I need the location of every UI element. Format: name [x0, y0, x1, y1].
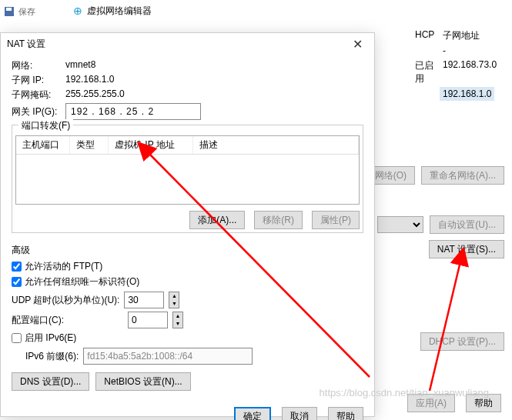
- config-port-label: 配置端口(C):: [12, 314, 123, 327]
- network-editor-icon: ⊕: [73, 5, 82, 17]
- dns-settings-button[interactable]: DNS 设置(D)...: [12, 372, 89, 391]
- col-vmip: 虚拟机 IP 地址: [109, 136, 193, 154]
- col-hostport: 主机端口: [16, 136, 70, 154]
- advanced-heading: 高级: [12, 244, 363, 257]
- auto-settings-button: 自动设置(U)...: [430, 215, 504, 234]
- properties-button: 属性(P): [312, 211, 360, 229]
- network-label: 网络:: [12, 59, 65, 72]
- dialog-titlebar: NAT 设置 ✕: [1, 33, 374, 55]
- col-type: 类型: [70, 136, 109, 154]
- rename-network-button: 重命名网络(A)...: [421, 166, 504, 185]
- bg-title-text: 虚拟网络编辑器: [87, 5, 152, 18]
- subnet-column: HCP 子网地址 - 已启用 192.168.73.0 192.168.1.0: [412, 28, 504, 101]
- udp-timeout-input[interactable]: [124, 292, 164, 308]
- col-dhcp: HCP: [412, 28, 440, 44]
- nat-settings-dialog: NAT 设置 ✕ 网络:vmnet8 子网 IP:192.168.1.0 子网掩…: [0, 32, 375, 417]
- subnet-row-selected[interactable]: 192.168.1.0: [440, 87, 494, 101]
- subnet-ip-value: 192.168.1.0: [65, 74, 363, 87]
- close-icon[interactable]: ✕: [346, 37, 368, 52]
- remove-button: 移除(R): [254, 211, 303, 229]
- port-forward-table[interactable]: 主机端口 类型 虚拟机 IP 地址 描述: [15, 135, 360, 205]
- add-button[interactable]: 添加(A)...: [189, 211, 245, 229]
- subnet-ip-label: 子网 IP:: [12, 74, 65, 87]
- subnet-mask-value: 255.255.255.0: [65, 88, 363, 102]
- gateway-ip-input[interactable]: 192 . 168 . 25 . 2: [65, 103, 201, 120]
- udp-timeout-label: UDP 超时(以秒为单位)(U):: [12, 294, 119, 307]
- col-desc: 描述: [193, 136, 359, 154]
- bridge-select[interactable]: [377, 216, 423, 233]
- gateway-ip-label: 网关 IP(G):: [12, 105, 65, 118]
- help-button[interactable]: 帮助: [328, 407, 363, 420]
- ipv6-prefix-input[interactable]: [83, 348, 253, 365]
- col-subnet: 子网地址: [440, 28, 483, 44]
- network-value: vmnet8: [65, 59, 363, 72]
- netbios-settings-button[interactable]: NetBIOS 设置(N)...: [95, 372, 190, 391]
- bg-help-button[interactable]: 帮助: [466, 394, 501, 412]
- svg-rect-1: [6, 8, 12, 11]
- udp-spinner[interactable]: ▲▼: [169, 292, 179, 308]
- ipv6-prefix-label: IPv6 前缀(6):: [25, 350, 79, 363]
- dhcp-settings-button: DHCP 设置(P)...: [420, 332, 504, 351]
- bg-window-title: ⊕ 虚拟网络编辑器: [73, 0, 152, 22]
- subnet-row[interactable]: 192.168.73.0: [440, 58, 500, 87]
- bg-apply-button: 应用(A): [407, 394, 455, 412]
- allow-active-ftp-checkbox[interactable]: 允许活动的 FTP(T): [12, 260, 363, 273]
- allow-oui-checkbox[interactable]: 允许任何组织唯一标识符(O): [12, 275, 363, 288]
- port-forward-group: 端口转发(F) 主机端口 类型 虚拟机 IP 地址 描述 添加(A)... 移除…: [12, 125, 363, 233]
- toolbar: 保存: [0, 0, 69, 23]
- port-forward-legend: 端口转发(F): [18, 119, 73, 132]
- bg-settings-buttons: 自动设置(U)... NAT 设置(S)... DHCP 设置(P)...: [377, 215, 504, 351]
- config-port-input[interactable]: [128, 312, 168, 328]
- enable-ipv6-checkbox[interactable]: 启用 IPv6(E): [12, 332, 363, 345]
- save-label: 保存: [18, 6, 35, 18]
- bg-bottom-buttons: 应用(A) 帮助: [407, 394, 501, 412]
- dhcp-enabled: 已启用: [412, 58, 440, 87]
- save-icon[interactable]: [3, 5, 15, 18]
- subnet-row[interactable]: -: [440, 44, 449, 58]
- ok-button[interactable]: 确定: [234, 407, 271, 420]
- subnet-mask-label: 子网掩码:: [12, 88, 65, 102]
- nat-settings-button[interactable]: NAT 设置(S)...: [429, 240, 504, 258]
- cancel-button[interactable]: 取消: [282, 407, 317, 420]
- dialog-title: NAT 设置: [7, 38, 346, 51]
- config-spinner[interactable]: ▲▼: [172, 312, 183, 328]
